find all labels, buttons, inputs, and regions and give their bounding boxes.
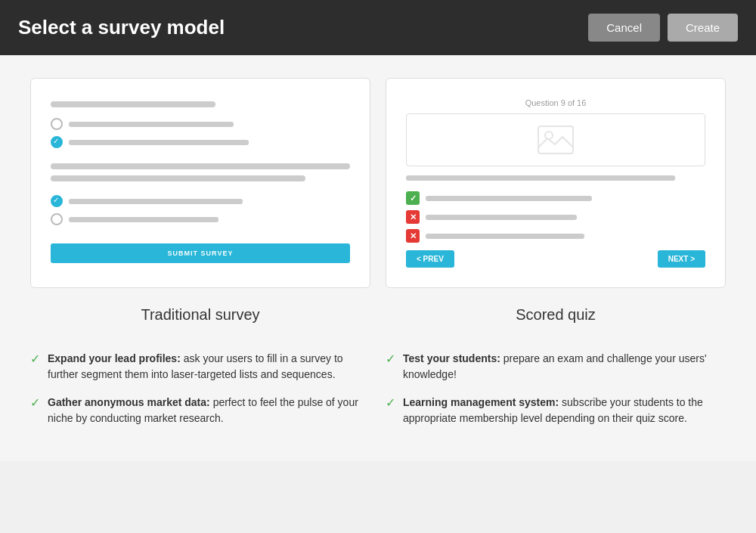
mock-radio-checked-1 (51, 136, 63, 148)
mock-radio-unchecked-2 (51, 213, 63, 225)
mock-quiz-line-1 (406, 175, 675, 181)
check-icon-2: ✓ (30, 395, 40, 410)
mock-submit-button: SUBMIT SURVEY (51, 243, 350, 263)
mock-option-line-3 (69, 199, 243, 204)
mock-radio-row-3 (51, 195, 350, 207)
quiz-feature-2: ✓ Learning management system: subscribe … (386, 395, 726, 426)
quiz-label: Scored quiz (386, 306, 726, 324)
mock-title-line (51, 101, 215, 107)
features-row: ✓ Expand your lead profiles: ask your us… (15, 351, 741, 438)
mock-option-line-4 (69, 217, 218, 222)
mock-image-box (406, 113, 705, 166)
check-icon-1: ✓ (30, 352, 40, 366)
main-content: SUBMIT SURVEY Question 9 of 16 (0, 55, 756, 461)
mock-spacer-1 (51, 187, 350, 195)
image-placeholder-icon (537, 125, 575, 155)
mock-radio-row-2 (51, 136, 350, 148)
quiz-mockup: Question 9 of 16 ✓ (401, 94, 710, 272)
mock-option-line-1 (69, 122, 234, 127)
mock-wrong-badge-1: ✕ (406, 210, 420, 224)
svg-rect-0 (538, 126, 573, 153)
svg-point-1 (545, 132, 553, 139)
mock-answer-line-1 (426, 196, 592, 201)
mock-nav-row: < PREV NEXT > (406, 250, 705, 268)
page-title: Select a survey model (18, 16, 225, 39)
traditional-mockup: SUBMIT SURVEY (46, 94, 355, 271)
mock-answer-line-2 (426, 215, 577, 220)
header: Select a survey model Cancel Create (0, 0, 756, 55)
traditional-label: Traditional survey (30, 306, 370, 324)
mock-body-line-2 (51, 175, 305, 181)
cards-row: SUBMIT SURVEY Question 9 of 16 (15, 78, 741, 288)
traditional-features: ✓ Expand your lead profiles: ask your us… (30, 351, 370, 438)
mock-wrong-badge-2: ✕ (406, 229, 420, 243)
quiz-feature-1-text: Test your students: prepare an exam and … (403, 351, 726, 383)
mock-option-line-2 (69, 140, 249, 145)
mock-correct-badge: ✓ (406, 191, 420, 205)
create-button[interactable]: Create (668, 14, 738, 42)
mock-answer-row-3: ✕ (406, 229, 705, 243)
mock-answer-row-2: ✕ (406, 210, 705, 224)
traditional-feature-2-text: Gather anonymous market data: perfect to… (48, 395, 370, 426)
mock-radio-row-1 (51, 118, 350, 130)
mock-radio-unchecked-1 (51, 118, 63, 130)
mock-question-label: Question 9 of 16 (406, 98, 705, 107)
mock-quiz-gap (406, 185, 705, 191)
mock-next-button: NEXT > (658, 250, 705, 268)
card-labels-row: Traditional survey Scored quiz (15, 306, 741, 336)
quiz-features: ✓ Test your students: prepare an exam an… (386, 351, 726, 438)
scored-quiz-card[interactable]: Question 9 of 16 ✓ (386, 78, 726, 288)
mock-body-line-1 (51, 163, 350, 169)
cancel-button[interactable]: Cancel (588, 14, 660, 42)
mock-answer-row-1: ✓ (406, 191, 705, 205)
quiz-feature-2-text: Learning management system: subscribe yo… (403, 395, 726, 426)
mock-gap-1 (51, 154, 350, 163)
traditional-survey-card[interactable]: SUBMIT SURVEY (30, 78, 370, 288)
mock-answer-line-3 (426, 234, 584, 239)
mock-prev-button: < PREV (406, 250, 454, 268)
traditional-feature-1-text: Expand your lead profiles: ask your user… (48, 351, 370, 383)
traditional-feature-2: ✓ Gather anonymous market data: perfect … (30, 395, 370, 426)
check-icon-3: ✓ (386, 352, 395, 366)
mock-spacer-2 (51, 231, 350, 237)
quiz-feature-1: ✓ Test your students: prepare an exam an… (386, 351, 726, 383)
traditional-feature-1: ✓ Expand your lead profiles: ask your us… (30, 351, 370, 383)
mock-radio-checked-2 (51, 195, 63, 207)
check-icon-4: ✓ (386, 395, 395, 410)
header-buttons: Cancel Create (588, 14, 738, 42)
mock-radio-row-4 (51, 213, 350, 225)
